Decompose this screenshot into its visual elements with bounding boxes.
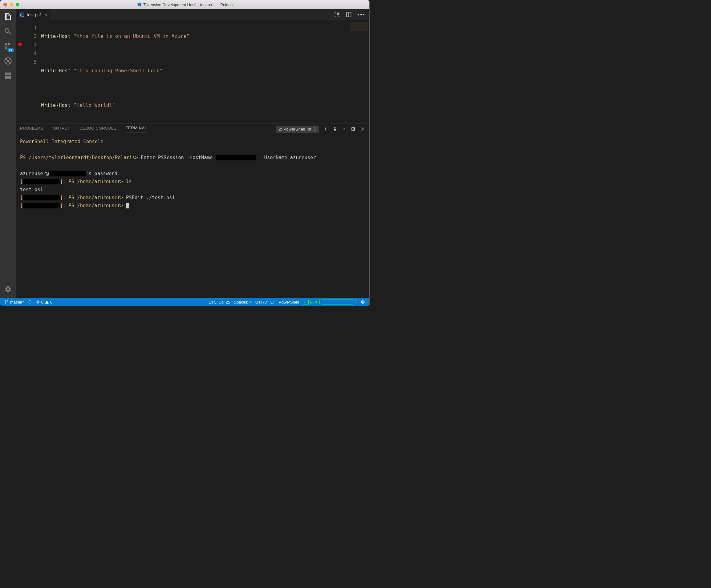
extensions-icon[interactable] [4, 71, 12, 80]
line-numbers: 1 2 3 4 5 [24, 20, 41, 123]
close-tab-icon[interactable]: × [44, 12, 47, 18]
panel-tab-problems[interactable]: PROBLEMS [20, 126, 43, 132]
terminal-banner: PowerShell Integrated Console [20, 138, 365, 145]
problems-status[interactable]: 0 0 [34, 300, 54, 304]
select-arrows-icon [313, 127, 316, 131]
terminal-content[interactable]: PowerShell Integrated Console PS /Users/… [16, 135, 369, 298]
language-mode-status[interactable]: PowerShell [277, 300, 301, 304]
cursor-position-status[interactable]: Ln 5, Col 25 [207, 300, 232, 304]
encoding-status[interactable]: UTF-8 [254, 300, 268, 304]
activity-bar: 22 [0, 9, 16, 298]
terminal-line: test.ps1 [20, 186, 365, 194]
source-control-icon[interactable]: 22 [4, 42, 12, 50]
redacted-version-detail [322, 299, 353, 304]
breakpoint-gutter[interactable] [16, 20, 24, 123]
powershell-prompt-icon: >_ [303, 300, 309, 304]
error-icon [36, 300, 40, 304]
terminal-line: []: PS /home/azureuser> PSEdit ./test.ps… [20, 194, 365, 202]
terminal-selector[interactable]: 2: PowerShell Int [276, 126, 319, 133]
bottom-panel: PROBLEMS OUTPUT DEBUG CONSOLE TERMINAL 2… [16, 123, 369, 298]
tab-label: test.ps1 [27, 12, 42, 17]
panel-tabs: PROBLEMS OUTPUT DEBUG CONSOLE TERMINAL 2… [16, 123, 369, 135]
window-title: [Extension Development Host] - test.ps1 … [0, 2, 369, 7]
svg-rect-7 [354, 128, 355, 130]
feedback-status[interactable] [359, 300, 367, 304]
terminal-line: PS /Users/tylerleonhardt/Desktop/Polaris… [20, 154, 365, 162]
panel-tab-output[interactable]: OUTPUT [53, 126, 70, 132]
close-window-button[interactable] [3, 3, 7, 6]
terminal-line: azureuser@'s password: [20, 169, 365, 178]
svg-point-9 [361, 300, 365, 304]
redacted-hostname [216, 155, 256, 160]
vscode-icon [137, 2, 142, 7]
minimize-window-button[interactable] [9, 3, 13, 6]
more-actions-icon[interactable]: ••• [357, 12, 365, 18]
redacted-host [23, 203, 60, 208]
git-branch-icon [5, 300, 9, 304]
split-editor-icon[interactable] [346, 12, 352, 18]
compare-changes-icon[interactable] [334, 12, 340, 18]
close-panel-icon[interactable] [360, 127, 365, 132]
zoom-window-button[interactable] [16, 3, 19, 6]
svg-point-11 [363, 301, 364, 302]
powershell-file-icon: >_ [19, 12, 24, 18]
settings-gear-icon[interactable] [4, 286, 12, 294]
indentation-status[interactable]: Spaces: 4 [232, 300, 254, 304]
new-terminal-icon[interactable] [323, 127, 328, 132]
code-content[interactable]: Write-Host "this file is on an Ubuntu VM… [41, 20, 369, 123]
breakpoint-icon[interactable] [18, 43, 22, 46]
explorer-icon[interactable] [4, 12, 12, 21]
terminal-cursor [126, 203, 129, 208]
vscode-window: [Extension Development Host] - test.ps1 … [0, 0, 370, 306]
sync-status[interactable] [26, 300, 34, 304]
maximize-panel-icon[interactable] [342, 127, 347, 132]
svg-line-3 [339, 15, 340, 15]
panel-tab-terminal[interactable]: TERMINAL [126, 126, 147, 132]
tab-test-ps1[interactable]: >_ test.ps1 × [16, 9, 50, 20]
eol-status[interactable]: LF [268, 300, 277, 304]
warning-icon [45, 300, 49, 304]
svg-line-1 [5, 59, 10, 63]
move-panel-icon[interactable] [351, 127, 356, 132]
sync-icon [28, 300, 32, 304]
current-line-highlight [37, 58, 364, 67]
powershell-version-status[interactable]: >_ 6.0 [] [301, 299, 359, 304]
terminal-line: []: PS /home/azureuser> ls [20, 178, 365, 186]
search-icon[interactable] [4, 27, 12, 36]
minimap[interactable] [350, 22, 368, 31]
traffic-lights [3, 3, 19, 6]
panel-tab-debug-console[interactable]: DEBUG CONSOLE [80, 126, 116, 132]
scm-badge: 22 [7, 48, 14, 52]
smiley-icon [361, 300, 365, 304]
redacted-host [23, 195, 60, 200]
terminal-line: []: PS /home/azureuser> [20, 202, 365, 210]
tab-bar: >_ test.ps1 × ••• [16, 9, 369, 20]
status-bar: master* 0 0 Ln 5, Col 25 Spaces: 4 UTF-8… [0, 298, 369, 306]
code-editor[interactable]: 1 2 3 4 5 Write-Host "this file is on an… [16, 20, 369, 123]
editor-group: >_ test.ps1 × ••• 1 [16, 9, 369, 298]
redacted-host [23, 179, 60, 184]
kill-terminal-icon[interactable] [332, 127, 337, 132]
debug-icon[interactable] [4, 56, 12, 65]
svg-point-10 [362, 301, 363, 302]
git-branch-status[interactable]: master* [3, 300, 26, 304]
titlebar: [Extension Development Host] - test.ps1 … [0, 0, 369, 9]
redacted-host [49, 171, 86, 176]
